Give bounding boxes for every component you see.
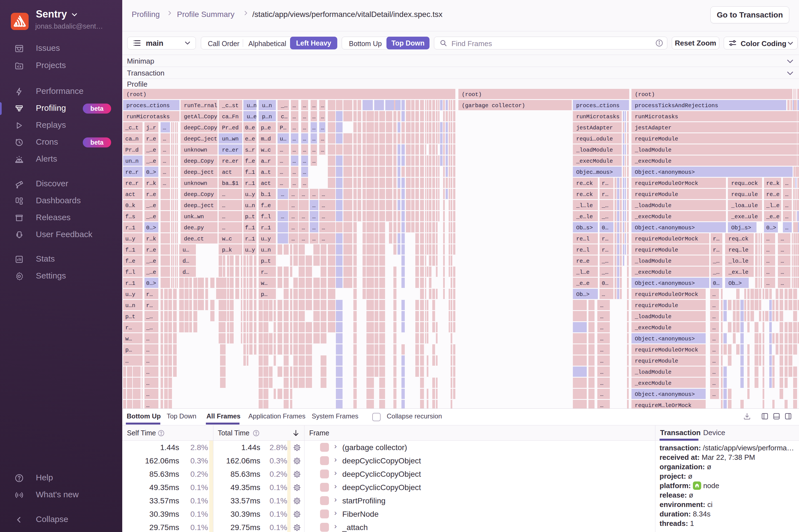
svg-text:…: …: [312, 102, 316, 109]
svg-text:…: …: [146, 369, 149, 375]
svg-text:getAl…Copy: getAl…Copy: [184, 114, 217, 120]
svg-text:…: …: [125, 358, 129, 364]
svg-text:req…le: req…le: [728, 247, 748, 253]
svg-text:u…n: u…n: [261, 247, 271, 253]
svg-text:_l…le: _l…le: [576, 203, 593, 209]
svg-text:requ…ock: requ…ock: [731, 180, 758, 187]
svg-text:…: …: [222, 213, 225, 220]
svg-text:un…wn: un…wn: [222, 136, 239, 142]
svg-text:…: …: [280, 147, 283, 153]
svg-text:j…r: j…r: [146, 125, 156, 131]
svg-text:_…: _…: [281, 102, 287, 109]
svg-text:…: …: [785, 225, 788, 231]
svg-text:_…e: _…e: [146, 158, 156, 164]
svg-text:r…: r…: [713, 236, 720, 242]
svg-text:…: …: [781, 258, 784, 264]
svg-text:c…: c…: [281, 114, 287, 120]
svg-text:u…n: u…n: [245, 203, 255, 209]
svg-text:…: …: [293, 136, 296, 142]
svg-text:m…d: m…d: [261, 136, 271, 142]
svg-text:…: …: [280, 169, 283, 175]
svg-text:p…t: p…t: [125, 314, 135, 320]
svg-text:s…r: s…r: [245, 147, 255, 153]
svg-text:re…e: re…e: [766, 191, 780, 198]
svg-text:f…1: f…1: [125, 247, 135, 253]
svg-text:deep…ject: deep…ject: [184, 169, 214, 175]
svg-text:…: …: [712, 291, 716, 298]
svg-text:…: …: [293, 180, 296, 187]
svg-text:_…e: _…e: [146, 147, 156, 153]
svg-text:d…: d…: [183, 258, 189, 264]
svg-text:…: …: [302, 213, 305, 220]
svg-text:…: …: [322, 213, 325, 220]
svg-text:r…: r…: [261, 269, 267, 276]
svg-text:…: …: [600, 402, 603, 408]
svg-text:…: …: [712, 302, 716, 309]
svg-text:…: …: [312, 236, 316, 242]
svg-text:…: …: [293, 114, 296, 120]
svg-text:re…k: re…k: [766, 180, 780, 187]
svg-text:re…r: re…r: [125, 180, 138, 187]
svg-text:…: …: [322, 203, 325, 209]
svg-text:f…l: f…l: [125, 269, 135, 276]
svg-text:…: …: [146, 347, 149, 353]
svg-text:…: …: [712, 369, 716, 375]
svg-text:Ob…s>: Ob…s>: [576, 225, 593, 231]
svg-text:requireModule: requireModule: [635, 302, 678, 309]
svg-text:Obj…s>: Obj…s>: [731, 225, 751, 231]
svg-text:requireModule: requireModule: [635, 136, 678, 142]
svg-text:Object.<anonymous>: Object.<anonymous>: [635, 391, 695, 398]
svg-text:r…e: r…e: [146, 191, 156, 198]
svg-text:requireModule: requireModule: [635, 247, 678, 253]
svg-text:p…e: p…e: [261, 125, 271, 131]
svg-text:…: …: [321, 102, 324, 109]
svg-text:Objec…mous>: Objec…mous>: [576, 169, 613, 175]
svg-text:p…n: p…n: [262, 114, 272, 120]
svg-text:_…e: _…e: [146, 203, 156, 209]
svg-text:0…>: 0…>: [146, 169, 156, 175]
svg-text:…: …: [600, 358, 603, 364]
svg-text:…: …: [712, 358, 716, 364]
svg-text:…: …: [785, 191, 788, 198]
svg-text:f…1: f…1: [245, 225, 255, 231]
svg-text:…: …: [600, 391, 603, 398]
svg-text:…: …: [292, 203, 295, 209]
svg-text:p…t: p…t: [245, 213, 255, 220]
svg-text:requireModule: requireModule: [635, 358, 678, 364]
svg-text:…: …: [321, 136, 324, 142]
svg-text:re…e: re…e: [576, 258, 590, 264]
svg-text:…: …: [766, 236, 769, 242]
svg-text:0…: 0…: [713, 280, 720, 287]
svg-text:0…k: 0…k: [125, 203, 135, 209]
svg-text:(garbage collector): (garbage collector): [462, 102, 525, 109]
svg-text:re…er: re…er: [222, 158, 239, 164]
svg-text:r…: r…: [125, 325, 132, 331]
svg-text:…: …: [766, 280, 769, 287]
svg-text:r…e: r…e: [146, 247, 156, 253]
svg-text:requireModuleOrMock: requireModuleOrMock: [635, 291, 698, 298]
svg-text:…: …: [293, 102, 296, 109]
svg-text:w…c: w…c: [261, 147, 271, 153]
svg-text:…: …: [322, 225, 325, 231]
svg-text:act: act: [261, 180, 271, 187]
svg-text:…: …: [222, 225, 225, 231]
svg-text:dee…py: dee…py: [184, 225, 204, 231]
svg-text:ca…n: ca…n: [125, 136, 138, 142]
svg-text:r…: r…: [146, 291, 153, 298]
svg-text:_execModule: _execModule: [634, 269, 671, 276]
svg-text:_…: _…: [601, 269, 609, 276]
svg-text:…: …: [712, 380, 716, 386]
svg-text:_execModule: _execModule: [634, 158, 671, 164]
svg-text:r…: r…: [602, 236, 609, 242]
svg-text:u…n: u…n: [262, 102, 272, 109]
svg-text:…: …: [312, 203, 316, 209]
svg-text:_ex…le: _ex…le: [728, 269, 748, 276]
svg-text:…: …: [292, 236, 295, 242]
svg-text:…: …: [312, 147, 316, 153]
svg-text:r…1: r…1: [125, 225, 135, 231]
svg-text:e…e: e…e: [245, 136, 255, 142]
svg-text:_exe…ule: _exe…ule: [731, 213, 758, 220]
svg-text:p…t: p…t: [261, 258, 271, 264]
svg-text:_e…e: _e…e: [766, 213, 780, 220]
svg-text:…: …: [781, 269, 784, 276]
